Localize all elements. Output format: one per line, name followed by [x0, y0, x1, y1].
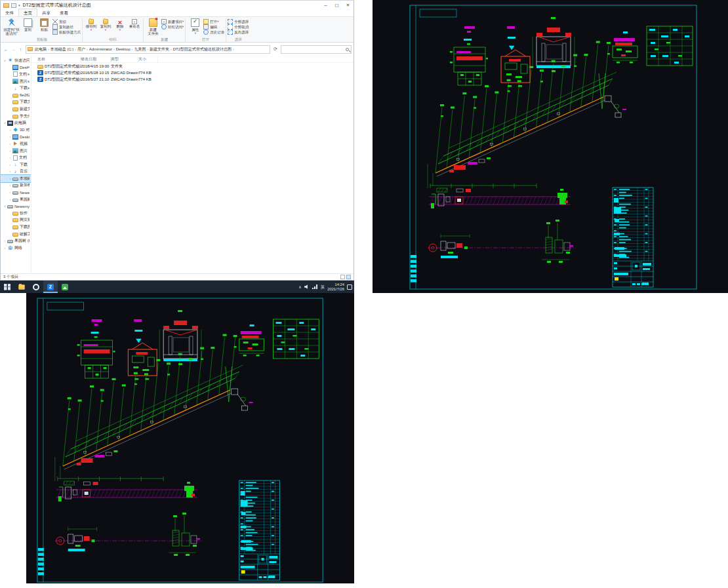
pin-to-quick-access-button[interactable]: 固定到"快 速访问" — [3, 18, 20, 35]
sidebar-item[interactable]: 新建文件夹 — [1, 106, 31, 113]
select-all-button[interactable]: 全部选择 — [228, 19, 249, 24]
sidebar-item[interactable]: 下载 — [1, 85, 31, 92]
column-header[interactable]: 大小 — [138, 56, 158, 62]
refresh-icon[interactable]: ⟳ — [272, 47, 279, 52]
breadcrumb-item[interactable]: Administrator — [89, 47, 112, 51]
sidebar-item[interactable]: 6e26281113S 【23 — [1, 92, 31, 99]
file-row[interactable]: DT2型固定式带式输送机设计总图 (第... 2016/5/28 10:15 Z… — [32, 69, 354, 76]
sidebar-item[interactable]: 下载图纸 — [1, 224, 31, 231]
copy-button[interactable]: 复制 — [20, 18, 36, 31]
ribbon-tab[interactable]: 查看 — [55, 9, 73, 16]
sidebar-item[interactable]: › 音乐 — [1, 168, 31, 176]
sidebar-item[interactable]: › 视频 — [1, 140, 31, 147]
taskbar-app-button[interactable] — [0, 281, 14, 293]
sidebar-item[interactable]: 文档 — [1, 71, 31, 78]
sidebar-item[interactable]: › Newsmy (E:) — [1, 189, 31, 196]
search-input[interactable] — [281, 45, 352, 54]
sidebar-item[interactable]: ∨ 此电脑 — [1, 119, 31, 127]
breadcrumb-item[interactable]: 用户 — [77, 47, 85, 52]
rename-button[interactable]: 重命名 — [127, 18, 142, 28]
expander-arrow-icon[interactable]: ∨ — [3, 205, 7, 208]
open-button[interactable]: 打开▾ — [203, 19, 224, 24]
hidden-icons-chevron-icon[interactable]: ∧ — [298, 284, 301, 289]
sidebar-item[interactable]: 软件 — [1, 210, 31, 217]
paste-button[interactable]: 粘贴 — [36, 18, 52, 31]
column-header[interactable]: 类型 — [111, 56, 138, 62]
network-icon[interactable] — [312, 284, 318, 289]
quick-access-toolbar-icon[interactable] — [11, 3, 16, 8]
expander-arrow-icon[interactable]: › — [8, 135, 12, 138]
minimize-button[interactable]: ─ — [320, 1, 331, 10]
copy-to-button[interactable]: 复制到▾ — [98, 18, 113, 32]
expander-arrow-icon[interactable]: › — [3, 239, 7, 243]
sidebar-item[interactable]: › 网络 — [1, 245, 31, 252]
invert-selection-button[interactable]: 反向选择 — [228, 29, 249, 35]
new-folder-button[interactable]: 新建 文件夹 — [145, 18, 161, 35]
column-header[interactable]: 名称 — [37, 56, 81, 62]
expander-arrow-icon[interactable]: ∨ — [3, 59, 7, 62]
large-icons-view-toggle-icon[interactable] — [346, 275, 351, 279]
expander-arrow-icon[interactable]: › — [8, 177, 12, 180]
properties-button[interactable]: 属性 ▾ — [187, 18, 203, 35]
breadcrumb[interactable]: 此电脑 › 本地磁盘 (C:) › 用户 › — [26, 45, 270, 54]
sidebar-item[interactable]: › 图片 — [1, 147, 31, 155]
breadcrumb-item[interactable]: 新建文件夹 — [150, 47, 169, 52]
up-button[interactable]: ↑ — [17, 47, 24, 52]
sidebar-item[interactable]: › 3D 对象 — [1, 127, 31, 134]
sidebar-item[interactable]: Desktop — [1, 64, 31, 71]
sidebar-item[interactable]: › 果园树 (F:) — [1, 196, 31, 203]
taskbar-app-button[interactable] — [58, 281, 72, 293]
action-center-icon[interactable] — [347, 284, 352, 290]
list-view-toggle-icon[interactable] — [340, 275, 345, 279]
expander-arrow-icon[interactable]: › — [8, 184, 12, 187]
expander-arrow-icon[interactable]: › — [8, 191, 12, 194]
back-button[interactable]: ← — [3, 47, 10, 52]
close-button[interactable]: ✕ — [342, 1, 354, 10]
new-item-button[interactable]: 新建项目▾ — [161, 19, 184, 24]
taskbar-app-button[interactable] — [29, 281, 43, 293]
input-method-indicator[interactable]: 英 — [321, 284, 325, 290]
qat-chevron-down-icon[interactable]: ▾ — [18, 3, 20, 7]
sidebar-item[interactable]: 网页制作 — [1, 217, 31, 224]
sidebar-item[interactable]: › 下载 — [1, 161, 31, 168]
sidebar-item[interactable]: ∨ 快速访问 — [1, 57, 31, 64]
taskbar-clock[interactable]: 14:24 2021/7/26 — [327, 283, 344, 292]
breadcrumb-item[interactable]: Desktop — [116, 47, 131, 51]
sidebar-item[interactable]: › 文档 — [1, 154, 31, 161]
expander-arrow-icon[interactable]: › — [3, 246, 7, 250]
sidebar-item[interactable]: › 新加卷 (D:) — [1, 182, 31, 189]
taskbar-app-button[interactable] — [14, 281, 29, 293]
volume-icon[interactable] — [304, 284, 310, 290]
ribbon-tab[interactable]: 主页 — [18, 9, 37, 16]
sidebar-item[interactable]: 破解工具 — [1, 231, 31, 238]
delete-button[interactable]: ×删除▾ — [113, 18, 127, 32]
expander-arrow-icon[interactable]: ∨ — [3, 121, 7, 125]
easy-access-button[interactable]: 轻松访问▾ — [161, 24, 184, 29]
sidebar-item[interactable]: 下载文件夹 — [1, 99, 31, 106]
sidebar-item[interactable]: 图片 — [1, 78, 31, 85]
move-to-button[interactable]: 移动到▾ — [84, 18, 98, 32]
sidebar-item[interactable]: ∨ Newsmy (E:) — [1, 203, 31, 210]
file-row[interactable]: DT2型固定式带式输送机设计总图 (第... 2018/4/15 19:00 文… — [32, 63, 354, 69]
breadcrumb-item[interactable]: 本地磁盘 (C:) — [51, 47, 74, 52]
maximize-button[interactable]: ▢ — [331, 1, 342, 10]
cut-button[interactable]: 剪切 — [52, 19, 81, 24]
breadcrumb-item[interactable]: 九美图 — [134, 47, 146, 52]
edit-button[interactable]: 编辑 — [203, 24, 224, 29]
expander-arrow-icon[interactable]: › — [8, 149, 12, 153]
taskbar-app-button[interactable]: Z — [43, 281, 58, 293]
breadcrumb-item[interactable]: DT2型固定式带式输送机设计总图 — [173, 47, 232, 52]
sidebar-item[interactable]: 学先传 — [1, 113, 31, 120]
column-header[interactable]: 修改日期 — [81, 56, 111, 62]
sidebar-item[interactable]: › 本地磁盘 (C:) — [1, 175, 31, 182]
ribbon-tab[interactable]: 共享 — [37, 9, 55, 16]
expander-arrow-icon[interactable]: › — [8, 170, 12, 173]
expander-arrow-icon[interactable]: › — [8, 156, 12, 159]
expander-arrow-icon[interactable]: › — [8, 198, 12, 201]
history-button[interactable]: 历史记录 — [203, 29, 224, 35]
select-none-button[interactable]: 全部取消 — [228, 24, 249, 29]
ribbon-tab[interactable]: 文件 — [1, 9, 18, 16]
sidebar-item[interactable]: › Desktop — [1, 134, 31, 141]
copy-path-button[interactable]: 复制路径 — [52, 24, 81, 29]
paste-shortcut-button[interactable]: 粘贴快捷方式 — [52, 29, 81, 35]
